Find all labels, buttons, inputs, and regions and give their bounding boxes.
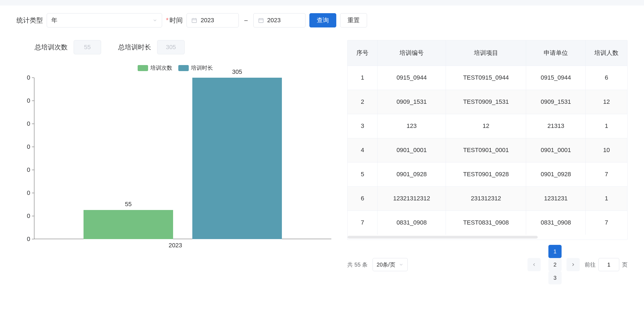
- table-cell: 0901_0928: [377, 162, 446, 186]
- table-row[interactable]: 10915_0944TEST0915_09440915_09446: [348, 66, 627, 90]
- table-cell: TEST0909_1531: [446, 90, 526, 114]
- table-cell: 0831_0908: [526, 211, 585, 235]
- table-cell: 6: [348, 186, 377, 211]
- date-from-input[interactable]: 2023: [187, 13, 239, 27]
- table-cell: 0909_1531: [377, 90, 446, 114]
- stat-type-value: 年: [51, 16, 57, 24]
- table-row[interactable]: 70831_0908TEST0831_09080831_09087: [348, 211, 627, 235]
- horizontal-scrollbar[interactable]: [348, 235, 627, 240]
- page-prev-button[interactable]: [528, 258, 541, 271]
- table-cell: 7: [585, 162, 627, 186]
- pagination: 共 55 条 20条/页 123 前往 页: [347, 245, 628, 284]
- page-jump: 前往 页: [585, 258, 628, 271]
- data-table-container: 序号培训编号培训项目申请单位培训人数 10915_0944TEST0915_09…: [347, 40, 628, 240]
- chevron-right-icon: [571, 262, 576, 267]
- chart-y-tick: 0: [16, 212, 34, 220]
- table-cell: 3: [348, 114, 377, 138]
- svg-rect-0: [192, 19, 197, 23]
- top-header-bar: [0, 0, 644, 5]
- table-cell: TEST0901_0001: [446, 138, 526, 162]
- table-cell: TEST0915_0944: [446, 66, 526, 90]
- table-cell: 7: [348, 211, 377, 235]
- page-next-button[interactable]: [567, 258, 580, 271]
- total-duration-value: 305: [157, 40, 185, 54]
- chart-plot-area: 55305: [34, 78, 331, 239]
- table-row[interactable]: 312312213131: [348, 114, 627, 138]
- table-cell: 4: [348, 138, 377, 162]
- table-cell: 0831_0908: [377, 211, 446, 235]
- chart-y-tick: 0: [16, 97, 34, 104]
- chart-legend: 培训次数 培训时长: [16, 64, 334, 72]
- table-header: 序号: [348, 40, 377, 66]
- legend-item-count[interactable]: 培训次数: [138, 64, 172, 72]
- page-jump-input[interactable]: [598, 258, 619, 271]
- table-cell: 0901_0001: [377, 138, 446, 162]
- bar-chart: 55305 2023 00000000: [16, 76, 334, 252]
- table-cell: 1: [585, 114, 627, 138]
- chart-bar: 305: [192, 78, 282, 239]
- total-duration-label: 总培训时长: [118, 43, 151, 52]
- chevron-left-icon: [532, 262, 537, 267]
- table-cell: 2: [348, 90, 377, 114]
- legend-swatch-duration: [178, 65, 189, 71]
- table-row[interactable]: 50901_0928TEST0901_09280901_09287: [348, 162, 627, 186]
- table-header: 培训项目: [446, 40, 526, 66]
- chart-y-tick: 0: [16, 166, 34, 173]
- chart-bar-value: 55: [125, 201, 132, 208]
- table-cell: 0915_0944: [377, 66, 446, 90]
- table-cell: 10: [585, 138, 627, 162]
- chart-bar-value: 305: [232, 68, 242, 75]
- table-row[interactable]: 61232131231223131231212312311: [348, 186, 627, 211]
- table-header: 申请单位: [526, 40, 585, 66]
- total-count-label: 总培训次数: [35, 43, 68, 52]
- chart-y-tick: 0: [16, 236, 34, 243]
- table-cell: 0901_0001: [526, 138, 585, 162]
- table-header: 培训人数: [585, 40, 627, 66]
- legend-item-duration[interactable]: 培训时长: [178, 64, 213, 72]
- time-label: *时间: [166, 16, 183, 25]
- table-cell: 5: [348, 162, 377, 186]
- page-number-button[interactable]: 2: [548, 258, 562, 271]
- filter-row: 统计类型 年 *时间 2023 – 2023 查询 重置: [16, 13, 628, 27]
- table-row[interactable]: 40901_0001TEST0901_00010901_000110: [348, 138, 627, 162]
- table-cell: 0915_0944: [526, 66, 585, 90]
- table-cell: 12321312312: [377, 186, 446, 211]
- calendar-icon: [258, 17, 264, 23]
- table-cell: 0909_1531: [526, 90, 585, 114]
- date-range-separator: –: [244, 17, 248, 24]
- reset-button[interactable]: 重置: [340, 13, 367, 27]
- chart-x-category: 2023: [169, 242, 182, 249]
- svg-rect-4: [259, 19, 263, 23]
- table-cell: 12: [446, 114, 526, 138]
- table-cell: TEST0901_0928: [446, 162, 526, 186]
- table-cell: 21313: [526, 114, 585, 138]
- pagination-total: 共 55 条: [347, 261, 367, 268]
- table-cell: TEST0831_0908: [446, 211, 526, 235]
- chart-y-tick: 0: [16, 143, 34, 150]
- calendar-icon: [191, 17, 197, 23]
- legend-swatch-count: [138, 65, 148, 71]
- chevron-down-icon: [152, 18, 157, 23]
- table-cell: 231312312: [446, 186, 526, 211]
- table-cell: 7: [585, 211, 627, 235]
- chart-y-tick: 0: [16, 74, 34, 81]
- table-header: 培训编号: [377, 40, 446, 66]
- date-to-value: 2023: [267, 17, 281, 24]
- table-cell: 1: [585, 186, 627, 211]
- page-number-button[interactable]: 1: [548, 245, 562, 258]
- chart-y-tick: 0: [16, 189, 34, 197]
- page-size-select[interactable]: 20条/页: [373, 258, 408, 271]
- stat-type-select[interactable]: 年: [47, 13, 162, 27]
- total-count-value: 55: [74, 40, 101, 54]
- date-to-input[interactable]: 2023: [253, 13, 306, 27]
- table-row[interactable]: 20909_1531TEST0909_15310909_153112: [348, 90, 627, 114]
- summary-row: 总培训次数 55 总培训时长 305: [16, 40, 334, 54]
- chevron-down-icon: [399, 262, 404, 267]
- page-number-button[interactable]: 3: [548, 271, 562, 284]
- search-button[interactable]: 查询: [309, 13, 336, 27]
- table-cell: 6: [585, 66, 627, 90]
- table-cell: 1231231: [526, 186, 585, 211]
- table-cell: 0901_0928: [526, 162, 585, 186]
- stat-type-label: 统计类型: [16, 16, 43, 25]
- date-from-value: 2023: [201, 17, 214, 24]
